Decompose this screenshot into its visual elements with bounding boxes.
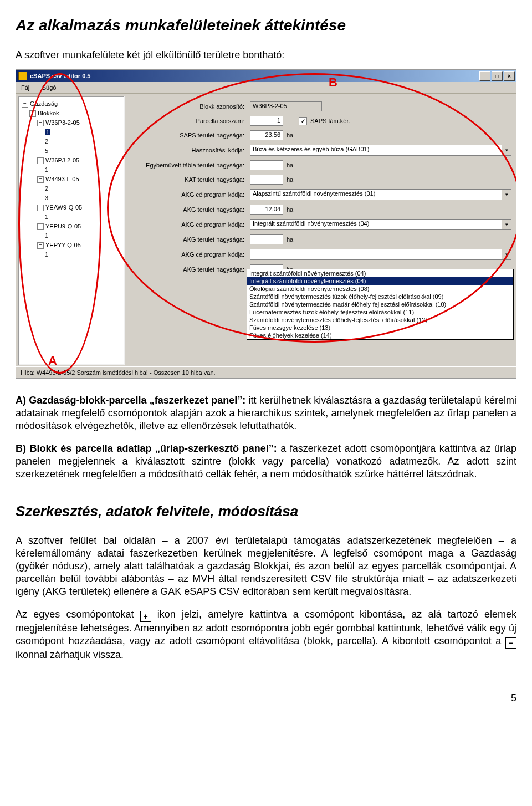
section-b-paragraph: B) Blokk és parcella adatlap „űrlap-szer… — [16, 442, 516, 481]
label-egybe: Egybeművelt tábla terület nagysága: — [128, 162, 250, 169]
field-saps-ter[interactable]: 23.56 — [250, 130, 283, 140]
unit-ha: ha — [287, 162, 293, 169]
label-blokk-az: Blokk azonosító: — [128, 103, 250, 110]
combo-akg-kod-3[interactable] — [250, 249, 511, 260]
tree-panel: −Gazdaság −Blokkok −W36P3-2-05 1 2 — [18, 96, 125, 365]
collapse-icon[interactable]: − — [37, 176, 44, 183]
section-a-paragraph: A) Gazdaság-blokk-parcella „faszerkezet … — [16, 394, 516, 432]
chevron-down-icon[interactable] — [502, 249, 511, 259]
list-item[interactable]: Szántóföldi növénytermesztés élőhely-fej… — [247, 316, 513, 324]
window-title: eSAPS csv editor 0.5 — [30, 73, 478, 79]
tree-leaf[interactable]: 2 — [45, 184, 122, 193]
tree-leaf[interactable]: 1 — [45, 127, 122, 137]
field-kat[interactable] — [250, 175, 283, 185]
screenshot-figure: eSAPS csv editor 0.5 _ □ × Fájl Súgó −Ga… — [16, 69, 516, 379]
menu-file[interactable]: Fájl — [19, 83, 33, 92]
label-akg-ter: AKG terület nagysága: — [128, 266, 250, 273]
menu-help[interactable]: Súgó — [40, 83, 58, 92]
combo-akg-kod-2[interactable]: Integrált szántóföldi növénytermesztés (… — [250, 219, 511, 230]
collapse-icon[interactable]: − — [37, 223, 44, 230]
section-b-lead: B) Blokk és parcella adatlap „űrlap-szer… — [16, 443, 277, 454]
list-item[interactable]: Szántóföldi növénytermesztés túzok élőhe… — [247, 293, 513, 300]
intro-paragraph: A szoftver munkafelülete két jól elkülön… — [16, 49, 516, 62]
chevron-down-icon[interactable] — [502, 190, 511, 200]
titlebar: eSAPS csv editor 0.5 _ □ × — [16, 70, 516, 82]
checkbox-saps-tam[interactable]: ✓ — [299, 117, 307, 125]
list-item[interactable]: Lucernatermesztés túzok élőhely-fejleszt… — [247, 308, 513, 316]
tree-leaf[interactable]: 3 — [45, 193, 122, 203]
chevron-down-icon[interactable] — [502, 220, 511, 229]
label-akg-kod: AKG célprogram kódja: — [128, 191, 250, 198]
app-icon — [18, 72, 27, 80]
tree-leaf[interactable]: 2 — [45, 137, 122, 146]
unit-ha: ha — [287, 176, 293, 183]
paragraph-structure: A szoftver felület bal oldalán – a 2007 … — [16, 534, 516, 598]
tree-leaf[interactable]: 1 — [45, 165, 122, 175]
field-blokk-az: W36P3-2-05 — [250, 101, 322, 111]
combo-haszn[interactable]: Búza és kétszeres és egyéb búza (GAB01) — [250, 145, 511, 156]
collapse-icon[interactable]: − — [29, 110, 36, 117]
label-haszn: Hasznosítási kódja: — [128, 147, 250, 154]
label-saps-tam: SAPS tám.kér. — [310, 118, 350, 124]
paragraph-icons: Az egyes csomópontokat + ikon jelzi, ame… — [16, 608, 516, 661]
statusbar: Hiba: W4493-L-05/2 Sorszám ismétlődési h… — [16, 366, 516, 378]
label-parc-sor: Parcella sorszám: — [128, 118, 250, 124]
app-window: eSAPS csv editor 0.5 _ □ × Fájl Súgó −Ga… — [16, 69, 516, 379]
tree-block[interactable]: −YEPU9-Q-05 1 — [37, 222, 122, 241]
minus-icon: − — [505, 637, 516, 649]
combo-akg-kod-1[interactable]: Alapszintű szántóföldi növénytermesztés … — [250, 189, 511, 200]
tree-block[interactable]: −W36PJ-2-05 1 — [37, 156, 122, 175]
list-item[interactable]: Szántóföldi növénytermesztés madár élőhe… — [247, 300, 513, 308]
tree-block[interactable]: −W36P3-2-05 1 2 5 — [37, 118, 122, 156]
close-button[interactable]: × — [504, 71, 515, 81]
collapse-icon[interactable]: − — [37, 157, 44, 164]
tree-leaf[interactable]: 1 — [45, 212, 122, 222]
list-item[interactable]: Füves mezsgye kezelése (13) — [247, 324, 513, 331]
plus-icon: + — [140, 611, 151, 622]
tree-leaf[interactable]: 1 — [45, 231, 122, 241]
tree-block[interactable]: −YEPYY-Q-05 1 — [37, 241, 122, 259]
minimize-button[interactable]: _ — [479, 71, 490, 81]
collapse-icon[interactable]: − — [37, 120, 44, 126]
tree-leaf[interactable]: 5 — [45, 146, 122, 156]
label-akg-ter: AKG terület nagysága: — [128, 206, 250, 213]
tree-root[interactable]: −Gazdaság −Blokkok −W36P3-2-05 1 2 — [22, 99, 122, 259]
tree-block[interactable]: −W4493-L-05 2 3 — [37, 175, 122, 203]
collapse-icon[interactable]: − — [37, 205, 44, 211]
label-akg-kod: AKG célprogram kódja: — [128, 251, 250, 258]
form-panel: Blokk azonosító: W36P3-2-05 Parcella sor… — [126, 94, 516, 366]
dropdown-listbox[interactable]: Integrált szántóföldi növénytermesztés (… — [247, 269, 514, 340]
tree-leaf[interactable]: 1 — [45, 250, 122, 259]
field-akg-ter-2[interactable] — [250, 234, 283, 244]
field-parc-sor[interactable]: 1 — [250, 116, 283, 126]
list-item[interactable]: Ökológiai szántóföldi növénytermesztés (… — [247, 285, 513, 293]
section-a-lead: A) Gazdaság-blokk-parcella „faszerkezet … — [16, 395, 245, 406]
list-item[interactable]: Integrált szántóföldi növénytermesztés (… — [247, 277, 513, 285]
annotation-label-b: B — [329, 75, 337, 90]
field-egybe[interactable] — [250, 160, 283, 170]
unit-ha: ha — [287, 206, 293, 213]
chevron-down-icon[interactable] — [502, 145, 511, 155]
list-item[interactable]: Füves élőhelyek kezelése (14) — [247, 331, 513, 339]
label-akg-kod: AKG célprogram kódja: — [128, 221, 250, 228]
tree-block[interactable]: −YEAW9-Q-05 1 — [37, 203, 122, 222]
label-saps-ter: SAPS terület nagysága: — [128, 132, 250, 139]
tree-blokkok[interactable]: −Blokkok −W36P3-2-05 1 2 5 — [29, 109, 122, 259]
unit-ha: ha — [287, 132, 293, 139]
unit-ha: ha — [287, 236, 293, 243]
collapse-icon[interactable]: − — [22, 101, 28, 108]
maximize-button[interactable]: □ — [492, 71, 503, 81]
page-number: 5 — [16, 692, 516, 704]
app-body: −Gazdaság −Blokkok −W36P3-2-05 1 2 — [16, 94, 516, 366]
menubar: Fájl Súgó — [16, 82, 516, 94]
page-title: Az alkalmazás munkafelületeinek áttekint… — [16, 17, 516, 34]
field-akg-ter-1[interactable]: 12.04 — [250, 205, 283, 215]
label-kat: KAT terület nagysága: — [128, 176, 250, 183]
label-akg-ter: AKG terület nagysága: — [128, 236, 250, 243]
collapse-icon[interactable]: − — [37, 242, 44, 249]
list-item[interactable]: Integrált szántóföldi növénytermesztés (… — [247, 269, 513, 277]
annotation-label-a: A — [48, 354, 57, 368]
heading-edit: Szerkesztés, adatok felvitele, módosítás… — [16, 503, 516, 520]
